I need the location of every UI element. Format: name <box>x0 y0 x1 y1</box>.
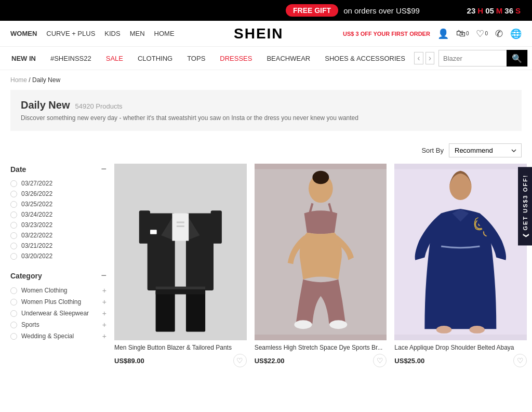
free-gift-badge[interactable]: FREE GIFT <box>286 4 338 17</box>
cat-nav-shoes[interactable]: SHOES & ACCESSORIES <box>317 47 413 70</box>
nav-home[interactable]: HOME <box>154 30 175 37</box>
date-filter-header: Date − <box>10 164 107 175</box>
wishlist-badge: 0 <box>485 31 488 36</box>
category-item-women-plus[interactable]: Women Plus Clothing + <box>10 298 107 306</box>
cat-nav-arrows: ‹ › <box>414 52 434 64</box>
sort-select[interactable]: Recommend New Arrivals Price: Low to Hig… <box>449 143 522 157</box>
nav-women[interactable]: WOMEN <box>10 30 37 37</box>
product-info-2: Seamless High Stretch Space Dye Sports B… <box>255 340 387 371</box>
top-nav: WOMEN CURVE + PLUS KIDS MEN HOME SHEIN U… <box>0 21 532 47</box>
category-item-wedding[interactable]: Wedding & Special + <box>10 332 107 340</box>
cat-expand-5[interactable]: + <box>102 332 107 340</box>
product-card-2[interactable]: Seamless High Stretch Space Dye Sports B… <box>255 164 387 370</box>
page-header: Daily New 54920 Products Discover someth… <box>10 90 522 131</box>
cat-nav-clothing[interactable]: CLOTHING <box>130 47 180 70</box>
product-name-1: Men Single Button Blazer & Tailored Pant… <box>114 343 247 352</box>
date-radio-1[interactable] <box>10 180 17 187</box>
date-filter-item[interactable]: 03/23/2022 <box>10 221 107 229</box>
product-price-1: US$89.00 <box>114 357 144 365</box>
date-filter-item[interactable]: 03/27/2022 <box>10 180 107 187</box>
product-info-3: Lace Applique Drop Shoulder Belted Abaya… <box>394 340 527 371</box>
wishlist-btn-1[interactable]: ♡ <box>233 354 247 367</box>
date-radio-4[interactable] <box>10 211 17 218</box>
date-radio-7[interactable] <box>10 243 17 249</box>
date-radio-5[interactable] <box>10 222 17 229</box>
product-price-row-2: US$22.00 ♡ <box>255 354 387 367</box>
svg-rect-11 <box>156 287 205 289</box>
cat-nav-dresses[interactable]: DRESSES <box>212 47 259 70</box>
svg-point-28 <box>470 326 485 334</box>
search-button[interactable]: 🔍 <box>507 50 527 67</box>
cat-radio-3[interactable] <box>10 310 17 317</box>
cat-radio-4[interactable] <box>10 322 17 328</box>
cat-nav-prev[interactable]: ‹ <box>414 52 423 64</box>
product-price-row-1: US$89.00 ♡ <box>114 354 247 367</box>
date-radio-3[interactable] <box>10 201 17 208</box>
svg-rect-5 <box>177 221 184 223</box>
date-filter-item[interactable]: 03/20/2022 <box>10 252 107 260</box>
side-promo[interactable]: ❮ GET US$3 OFF! <box>518 167 532 245</box>
date-filter-item[interactable]: 03/24/2022 <box>10 211 107 218</box>
svg-rect-8 <box>156 290 175 332</box>
cat-nav-sale[interactable]: SALE <box>99 47 130 70</box>
date-filter-collapse[interactable]: − <box>101 164 107 175</box>
cat-expand-3[interactable]: + <box>102 309 107 317</box>
wishlist-icon[interactable]: ♡0 <box>476 28 488 39</box>
site-logo[interactable]: SHEIN <box>175 25 343 42</box>
category-filter-section: Category − Women Clothing + Women Plus C… <box>10 270 107 340</box>
sort-label: Sort By <box>421 147 444 154</box>
nav-curve-plus[interactable]: CURVE + PLUS <box>46 30 95 37</box>
cat-expand-2[interactable]: + <box>102 298 107 306</box>
search-input[interactable] <box>439 55 507 62</box>
category-item-sports[interactable]: Sports + <box>10 321 107 329</box>
cat-radio-1[interactable] <box>10 287 17 294</box>
products-grid: Men Single Button Blazer & Tailored Pant… <box>114 164 527 370</box>
cat-nav-beachwear[interactable]: BEACHWEAR <box>259 47 317 70</box>
cart-icon[interactable]: 🛍0 <box>456 28 469 39</box>
cat-expand-4[interactable]: + <box>102 321 107 329</box>
category-item-women-clothing[interactable]: Women Clothing + <box>10 286 107 295</box>
product-card-1[interactable]: Men Single Button Blazer & Tailored Pant… <box>114 164 247 370</box>
promo-text[interactable]: US$ 3 OFF YOUR FIRST ORDER <box>343 31 430 37</box>
wishlist-btn-3[interactable]: ♡ <box>513 354 527 367</box>
date-filter-item[interactable]: 03/22/2022 <box>10 232 107 239</box>
svg-rect-7 <box>150 230 157 234</box>
account-icon[interactable]: 👤 <box>437 28 449 39</box>
cat-radio-5[interactable] <box>10 333 17 340</box>
cat-nav-sheinss22[interactable]: #SHEINSS22 <box>43 47 99 70</box>
date-filter-item[interactable]: 03/21/2022 <box>10 242 107 249</box>
support-icon[interactable]: ✆ <box>495 28 503 39</box>
cat-nav-next[interactable]: › <box>425 52 434 64</box>
cat-radio-2[interactable] <box>10 299 17 305</box>
category-filter-header: Category − <box>10 270 107 281</box>
countdown-minutes: 05 <box>485 6 494 15</box>
date-filter-item[interactable]: 03/25/2022 <box>10 201 107 208</box>
product-card-3[interactable]: Lace Applique Drop Shoulder Belted Abaya… <box>394 164 527 370</box>
svg-rect-13 <box>211 210 222 244</box>
date-radio-8[interactable] <box>10 253 17 260</box>
wishlist-btn-2[interactable]: ♡ <box>373 354 387 367</box>
category-nav: NEW IN #SHEINSS22 SALE CLOTHING TOPS DRE… <box>0 47 532 70</box>
nav-men[interactable]: MEN <box>130 30 145 37</box>
date-radio-2[interactable] <box>10 191 17 197</box>
category-filter-collapse[interactable]: − <box>101 270 107 281</box>
top-nav-categories: WOMEN CURVE + PLUS KIDS MEN HOME <box>10 30 175 37</box>
banner-center: FREE GIFT on orders over US$99 <box>238 4 467 17</box>
cat-expand-1[interactable]: + <box>102 286 107 295</box>
svg-point-19 <box>294 320 312 329</box>
nav-kids[interactable]: KIDS <box>104 30 120 37</box>
date-filter-item[interactable]: 03/26/2022 <box>10 190 107 197</box>
breadcrumb-home[interactable]: Home <box>10 76 27 84</box>
cat-nav-tops[interactable]: TOPS <box>180 47 212 70</box>
date-radio-6[interactable] <box>10 232 17 239</box>
language-icon[interactable]: 🌐 <box>510 28 522 39</box>
category-item-underwear[interactable]: Underwear & Sleepwear + <box>10 309 107 317</box>
countdown-hours: 23 <box>467 6 476 15</box>
product-price-2: US$22.00 <box>255 357 285 365</box>
countdown-s-label: S <box>515 6 521 15</box>
breadcrumb-current: Daily New <box>32 76 60 84</box>
svg-rect-12 <box>139 210 150 244</box>
svg-rect-6 <box>177 225 184 227</box>
cat-nav-new-in[interactable]: NEW IN <box>4 47 43 70</box>
product-image-3 <box>394 164 527 340</box>
